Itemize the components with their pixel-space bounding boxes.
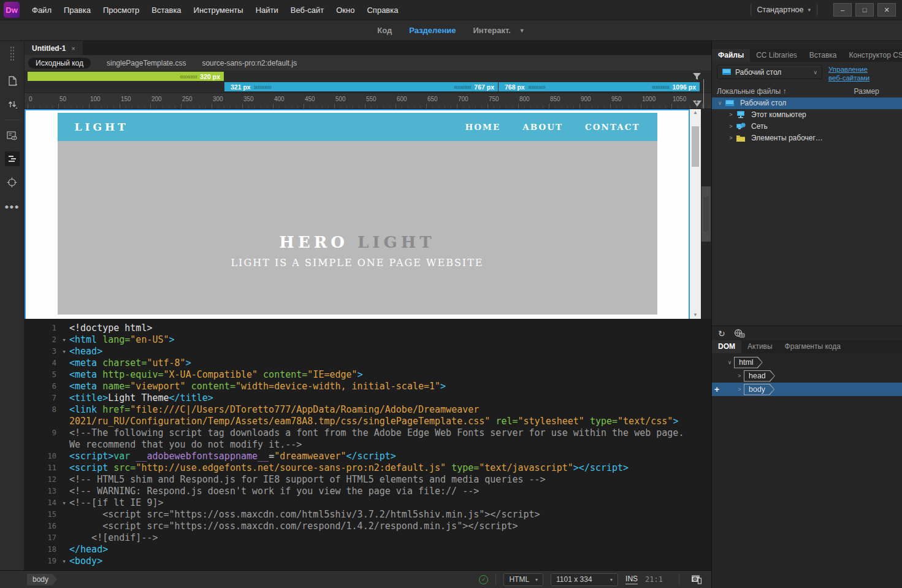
media-query-segment[interactable]: 768 px»»»»»«««««1096 px — [499, 82, 700, 91]
files-tree-item[interactable]: >Элементы рабочег… — [712, 132, 902, 144]
file-management-icon[interactable] — [5, 97, 20, 112]
code-line[interactable]: 16 <script src="https://oss.maxcdn.com/r… — [25, 521, 711, 532]
dom-tree-item[interactable]: ∨html — [712, 356, 902, 369]
expand-arrow-icon[interactable]: > — [727, 112, 735, 118]
code-line[interactable]: 6<meta name="viewport" content="width=de… — [25, 381, 711, 392]
related-file[interactable]: singlePageTemplate.css — [107, 59, 186, 67]
code-line[interactable]: 2▼<html lang="en-US"> — [25, 334, 711, 346]
code-line[interactable]: 3▼<head> — [25, 346, 711, 357]
menu-Файл[interactable]: Файл — [26, 0, 58, 20]
code-line[interactable]: We recommend that you do not modify it.-… — [25, 439, 711, 451]
site-brand[interactable]: LIGHT — [75, 121, 129, 133]
view-mode-split[interactable]: Разделение — [409, 26, 456, 35]
code-line[interactable]: 17 <![endif]--> — [25, 532, 711, 544]
code-line[interactable]: 4<meta charset="utf-8"> — [25, 357, 711, 369]
code-line[interactable]: 1<!doctype html> — [25, 323, 711, 334]
code-fold-icon[interactable]: ▼ — [59, 497, 69, 509]
menu-Окно[interactable]: Окно — [330, 0, 361, 20]
files-tab-файлы[interactable]: Файлы — [712, 49, 750, 62]
close-button[interactable]: ✕ — [877, 3, 896, 17]
column-local-files[interactable]: Локальные файлы ↑ — [717, 87, 786, 96]
menu-Веб-сайт[interactable]: Веб-сайт — [285, 0, 330, 20]
dom-tab-dom[interactable]: DOM — [712, 340, 741, 353]
filter-funnel-icon[interactable] — [692, 72, 701, 80]
minimize-button[interactable]: – — [833, 3, 852, 17]
expand-arrow-icon[interactable]: > — [727, 123, 735, 129]
view-mode-code[interactable]: Код — [377, 26, 392, 35]
dom-tab-фрагменты-кода[interactable]: Фрагменты кода — [779, 340, 847, 353]
window-size-select[interactable]: 1101 x 334 ▾ — [551, 573, 618, 586]
files-tree-item[interactable]: ∨Рабочий стол — [712, 97, 902, 109]
code-line[interactable]: 14▼<!--[if lt IE 9]> — [25, 497, 711, 509]
menu-Справка[interactable]: Справка — [361, 0, 404, 20]
refresh-icon[interactable]: ↻ — [718, 329, 725, 338]
insert-mode-indicator[interactable]: INS — [625, 575, 638, 584]
files-tab-вставка[interactable]: Вставка — [803, 49, 843, 62]
code-line[interactable]: 19▼<body> — [25, 556, 711, 567]
code-line[interactable]: 13<!-- WARNING: Respond.js doesn't work … — [25, 486, 711, 497]
dom-tab-активы[interactable]: Активы — [741, 340, 779, 353]
code-fold-icon[interactable]: ▼ — [59, 346, 69, 357]
column-size[interactable]: Размер — [854, 87, 879, 96]
inspect-mode-icon[interactable] — [5, 175, 20, 189]
code-view[interactable]: 1<!doctype html>2▼<html lang="en-US">3▼<… — [25, 319, 711, 570]
files-tree-item[interactable]: >Этот компьютер — [712, 109, 902, 121]
code-line[interactable]: 11<script src="http://use.edgefonts.net/… — [25, 462, 711, 474]
dom-tag-body[interactable]: body — [744, 384, 774, 395]
site-navbar[interactable]: LIGHT HOMEABOUTCONTACT — [58, 113, 657, 141]
site-hero[interactable]: HERO LIGHT LIGHT IS A SIMPLE ONE PAGE WE… — [58, 141, 657, 315]
expand-arrow-icon[interactable]: > — [735, 373, 744, 379]
dom-tag-head[interactable]: head — [744, 370, 775, 382]
dom-tree-item[interactable]: >head — [712, 369, 902, 383]
more-tools-icon[interactable]: ●●● — [4, 202, 20, 211]
doc-type-select[interactable]: HTML ▾ — [503, 573, 543, 586]
expand-arrow-icon[interactable]: > — [735, 386, 744, 392]
collapse-arrow-icon[interactable]: ∨ — [716, 100, 724, 106]
code-fold-icon[interactable]: ▼ — [59, 556, 69, 567]
tag-selector-body[interactable]: body — [27, 574, 57, 586]
code-line[interactable]: 5<meta http-equiv="X-UA-Compatible" cont… — [25, 369, 711, 381]
media-query-segment[interactable]: «««««320 px — [28, 72, 224, 81]
expand-arrow-icon[interactable]: > — [727, 135, 735, 141]
menu-Правка[interactable]: Правка — [58, 0, 97, 20]
view-mode-live[interactable]: Интеракт. — [473, 26, 510, 35]
files-tab-конструктор-css[interactable]: Конструктор CSS — [843, 49, 902, 62]
scroll-down-icon[interactable]: ▼ — [693, 311, 698, 319]
site-nav-link-home[interactable]: HOME — [465, 122, 501, 132]
maximize-button[interactable]: □ — [855, 3, 874, 17]
scrollbar-thumb[interactable] — [692, 126, 699, 167]
menu-Найти[interactable]: Найти — [250, 0, 285, 20]
add-element-icon[interactable]: + — [714, 384, 719, 394]
related-file[interactable]: source-sans-pro:n2:default.js — [202, 59, 297, 67]
site-select[interactable]: Рабочий стол ∨ — [717, 65, 822, 79]
menu-Инструменты[interactable]: Инструменты — [188, 0, 250, 20]
menu-Вставка[interactable]: Вставка — [145, 0, 187, 20]
toolbar-grip-handle[interactable] — [10, 46, 15, 61]
close-tab-icon[interactable]: × — [71, 45, 75, 52]
chevron-down-icon[interactable]: ▼ — [519, 28, 525, 34]
code-line[interactable]: 10<script>var __adobewebfontsappname__="… — [25, 451, 711, 462]
viewport-size-marker[interactable] — [693, 101, 701, 111]
workspace-switcher[interactable]: Стандартное ▾ — [757, 6, 811, 14]
manage-sites-link[interactable]: Управление веб-сайтами — [828, 65, 870, 83]
code-line[interactable]: 9<!--The following script tag downloads … — [25, 427, 711, 439]
design-vertical-scrollbar[interactable]: ▲ ▼ — [690, 109, 701, 319]
preview-in-browser-icon[interactable] — [690, 574, 703, 585]
files-tab-cc-libraries[interactable]: CC Libraries — [750, 49, 803, 62]
code-line[interactable]: 7<title>Light Theme</title> — [25, 392, 711, 404]
dom-tree-item[interactable]: +>body — [712, 383, 902, 396]
format-source-icon[interactable] — [5, 151, 20, 166]
files-tree-item[interactable]: >Сеть — [712, 121, 902, 132]
media-query-segment[interactable]: 321 px»»»»»«««««767 px — [224, 82, 498, 91]
open-documents-icon[interactable] — [5, 74, 20, 88]
server-files-icon[interactable] — [734, 329, 745, 338]
code-line[interactable]: 2021/ru_RU/Configuration/Temp/Assets/eam… — [25, 416, 711, 427]
related-file[interactable]: Исходный код — [28, 58, 91, 69]
site-nav-link-about[interactable]: ABOUT — [522, 122, 563, 132]
code-line[interactable]: 18</head> — [25, 544, 711, 556]
code-line[interactable]: 15 <script src="https://oss.maxcdn.com/h… — [25, 509, 711, 521]
collapse-arrow-icon[interactable]: ∨ — [725, 359, 734, 365]
live-view-page[interactable]: LIGHT HOMEABOUTCONTACT HERO LIGHT LIGHT … — [25, 109, 690, 319]
code-line[interactable]: 8<link href="file:///C|/Users/DToretto77… — [25, 404, 711, 416]
code-line[interactable]: 12<!-- HTML5 shim and Respond.js for IE8… — [25, 474, 711, 486]
